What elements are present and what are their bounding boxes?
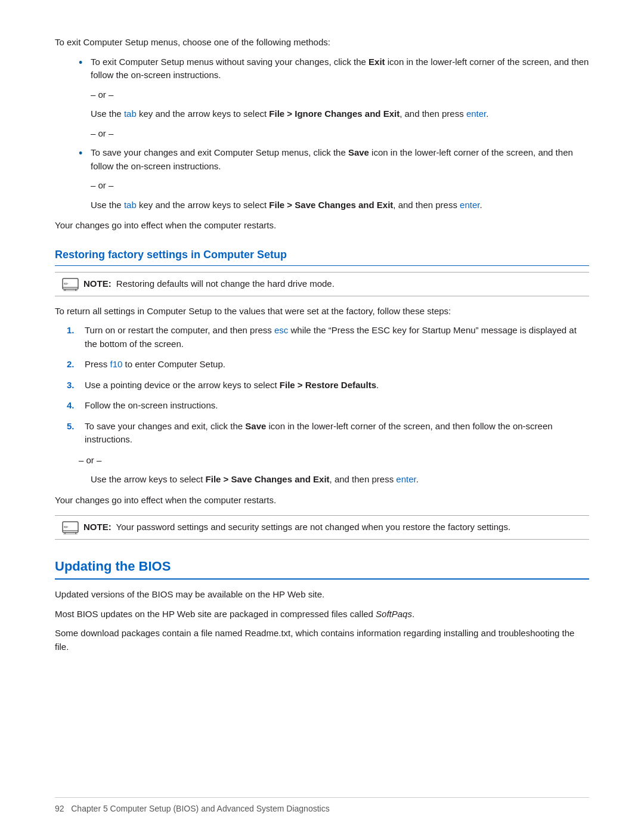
step-3: 3. Use a pointing device or the arrow ke… <box>67 379 589 392</box>
tab-link-1[interactable]: tab <box>124 109 137 119</box>
bios-paragraph-1: Updated versions of the BIOS may be avai… <box>55 588 589 602</box>
note-box-1: ✏ NOTE: Restoring defaults will not chan… <box>55 272 589 296</box>
enter-link-3[interactable]: enter <box>396 474 416 484</box>
return-text: To return all settings in Computer Setup… <box>55 305 589 318</box>
bullet-item-2: To save your changes and exit Computer S… <box>79 146 589 173</box>
or-line-3: – or – <box>91 179 589 193</box>
sub-text-3: Use the arrow keys to select File > Save… <box>91 473 589 487</box>
step3-text: Use a pointing device or the arrow keys … <box>85 379 379 392</box>
tab-link-2[interactable]: tab <box>124 200 137 210</box>
note-icon-2: ✏ <box>62 521 79 534</box>
sub-text-2: Use the tab key and the arrow keys to se… <box>91 199 589 212</box>
or-line-4: – or – <box>79 454 589 467</box>
save-methods-list: To save your changes and exit Computer S… <box>79 146 589 173</box>
step-5: 5. To save your changes and exit, click … <box>67 420 589 447</box>
step-1: 1. Turn on or restart the computer, and … <box>67 324 589 351</box>
intro-text: To exit Computer Setup menus, choose one… <box>55 37 330 47</box>
exit-methods-list: To exit Computer Setup menus without sav… <box>79 55 589 82</box>
step-2: 2. Press f10 to enter Computer Setup. <box>67 358 589 371</box>
or-line-2: – or – <box>91 127 589 141</box>
bullet2-text: To save your changes and exit Computer S… <box>91 147 573 171</box>
step2-text: Press f10 to enter Computer Setup. <box>85 358 225 371</box>
or-line-1: – or – <box>91 88 589 102</box>
footer-chapter-text: Chapter 5 Computer Setup (BIOS) and Adva… <box>71 804 329 813</box>
enter-link-1[interactable]: enter <box>466 109 486 119</box>
f10-link[interactable]: f10 <box>110 359 123 369</box>
note-box-2: ✏ NOTE: Your password settings and secur… <box>55 515 589 540</box>
note2-content: NOTE: Your password settings and securit… <box>83 521 510 534</box>
svg-text:✏: ✏ <box>64 524 69 530</box>
note-icon-1: ✏ <box>62 278 79 291</box>
step4-text: Follow the on-screen instructions. <box>85 399 218 413</box>
page: To exit Computer Setup menus, choose one… <box>0 0 644 833</box>
step5-text: To save your changes and exit, click the… <box>85 420 589 447</box>
esc-link[interactable]: esc <box>274 325 288 335</box>
step1-text: Turn on or restart the computer, and the… <box>85 324 589 351</box>
steps-list: 1. Turn on or restart the computer, and … <box>67 324 589 447</box>
changes-text-1: Your changes go into effect when the com… <box>55 219 589 233</box>
section1-heading: Restoring factory settings in Computer S… <box>55 247 589 266</box>
page-footer: 92 Chapter 5 Computer Setup (BIOS) and A… <box>55 797 589 815</box>
svg-text:✏: ✏ <box>64 281 69 287</box>
step-4: 4. Follow the on-screen instructions. <box>67 399 589 413</box>
note1-content: NOTE: Restoring defaults will not change… <box>83 277 335 291</box>
main-section-heading: Updating the BIOS <box>55 556 589 580</box>
enter-link-2[interactable]: enter <box>460 200 479 210</box>
bullet1-text: To exit Computer Setup menus without sav… <box>91 57 589 80</box>
bullet-item-1: To exit Computer Setup menus without sav… <box>79 55 589 82</box>
bios-paragraph-2: Most BIOS updates on the HP Web site are… <box>55 608 589 621</box>
bios-paragraph-3: Some download packages contain a file na… <box>55 627 589 654</box>
changes-text-2: Your changes go into effect when the com… <box>55 494 589 507</box>
sub-text-1: Use the tab key and the arrow keys to se… <box>91 107 589 121</box>
footer-page-number: 92 <box>55 804 64 813</box>
intro-paragraph: To exit Computer Setup menus, choose one… <box>55 36 589 49</box>
